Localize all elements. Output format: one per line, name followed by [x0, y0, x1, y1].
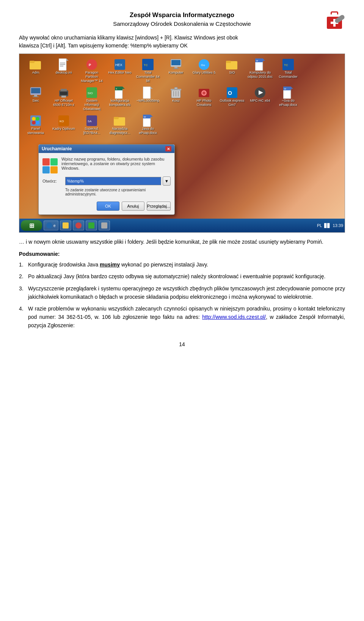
- taskbar-time: 13:39: [333, 223, 343, 228]
- superad-icon: SA: [86, 115, 98, 127]
- desktop-icon-tc2[interactable]: TC Total Commander: [275, 57, 301, 84]
- taskbar-btn5[interactable]: [99, 221, 110, 230]
- run-checkbox-text: To zadanie zostanie utworzone z uprawnie…: [42, 188, 171, 196]
- desktop-icon-komputery-doc[interactable]: W Komputery do odpisu 2015.doc: [247, 57, 273, 84]
- desktop-icon-superad[interactable]: SA SuperAd.[ED7BA4...: [78, 113, 105, 140]
- desktop-icon-sva[interactable]: W ~Sva do ePuap.docx: [275, 85, 301, 112]
- taskbar-btn4[interactable]: [86, 221, 97, 230]
- svg-text:O: O: [228, 90, 232, 96]
- folder-icon: [30, 58, 42, 71]
- svg-marker-3: [66, 58, 69, 61]
- total-commander2-icon: TC: [282, 58, 294, 71]
- svg-text:SIO: SIO: [88, 91, 93, 95]
- run-browse-button[interactable]: Przeglądaj...: [147, 202, 171, 211]
- list-content-3: Wyczyszczenie przeglądarek i systemu ope…: [28, 285, 345, 301]
- desktop-icon-paragon[interactable]: P Paragon Partition Manager™ 14 Free: [78, 57, 105, 84]
- tmp-file-icon: [142, 87, 154, 99]
- svg-marker-57: [291, 87, 293, 89]
- svg-point-7: [86, 59, 97, 70]
- taskbar-icon5: [101, 222, 107, 229]
- list-content-2: Po aktualizacji Javy (która bardzo częst…: [28, 273, 345, 281]
- list-item: 3. Wyczyszczenie przeglądarek i systemu …: [19, 285, 345, 301]
- bold-musimy: musimy: [100, 262, 120, 268]
- taskbar: ⊞ e PL: [19, 219, 345, 232]
- svg-point-62: [36, 117, 39, 121]
- list-num-4: 4.: [19, 305, 28, 329]
- desktop-icon-hp-photo[interactable]: HP Photo Creations: [191, 85, 217, 112]
- total-commander-icon: TC: [142, 58, 154, 71]
- start-button[interactable]: ⊞: [21, 220, 42, 231]
- taskbar-icon3: [75, 222, 82, 229]
- svg-rect-28: [34, 95, 37, 96]
- screenshot-container: Adm desktop.ini P Paragon Partition Mana…: [19, 54, 345, 233]
- list-num-1: 1.: [19, 261, 28, 269]
- desktop-icon-sio[interactable]: SIO: [219, 57, 245, 84]
- windows-logo: [42, 158, 58, 173]
- page: Zespół Wsparcia Informatycznego Samorząd…: [0, 0, 364, 621]
- desktop-icon-glary[interactable]: Gu Glary Utilities 5: [191, 57, 217, 84]
- desktop-icon-konfiguracja[interactable]: X konfiguracja komputera.sls: [107, 85, 133, 112]
- desktop-icon-total-commander[interactable]: TC Total Commander 64 bit: [135, 57, 161, 84]
- list-content-4: W razie problemów w wykonaniu wszystkich…: [28, 305, 345, 329]
- taskbar-signal-icon: ▊▊: [324, 223, 330, 228]
- win-logo-q3: [42, 166, 50, 173]
- run-dropdown-btn[interactable]: ▼: [163, 177, 171, 186]
- taskbar-btn3[interactable]: [73, 221, 84, 230]
- desktop-icon-mpc[interactable]: MPC-HC x64: [247, 85, 273, 112]
- paragon-icon: P: [86, 58, 98, 71]
- svg-rect-1: [30, 61, 35, 63]
- run-input-field[interactable]: [65, 177, 161, 185]
- after-screenshot-text: … i w nowym oknie usuwamy wszystkie plik…: [19, 238, 345, 246]
- run-cancel-button[interactable]: Anuluj: [122, 202, 144, 211]
- run-ok-button[interactable]: OK: [97, 202, 119, 211]
- desktop-icon-panel[interactable]: Panel sterowania: [22, 113, 49, 140]
- desktop-icon-desktopini[interactable]: desktop.ini: [50, 57, 77, 84]
- svg-text:TC: TC: [144, 63, 148, 67]
- svg-rect-32: [61, 89, 67, 91]
- desktop-icon-wrl[interactable]: ~WRL0005tmp: [135, 85, 161, 112]
- desktop-icon-java-epuap[interactable]: W Java do ePuap.docx: [135, 113, 161, 140]
- taskbar-lang: PL: [317, 223, 322, 228]
- sio2-icon: SIO: [86, 87, 98, 99]
- svg-text:Gu: Gu: [201, 63, 205, 67]
- glary-icon: Gu: [198, 58, 210, 71]
- svg-rect-15: [173, 68, 179, 69]
- kadry-icon: KO: [58, 115, 70, 127]
- svg-text:SA: SA: [88, 120, 92, 123]
- svg-text:TC: TC: [284, 63, 288, 67]
- desktop-icon-hex-editor[interactable]: HEX Hex.Editor Neo: [107, 57, 133, 84]
- run-dialog-close-button[interactable]: ✕: [165, 146, 171, 151]
- sio-folder-icon: [226, 58, 238, 71]
- desktop-icon-adm[interactable]: Adm: [22, 57, 49, 84]
- xls-icon: X: [114, 87, 126, 99]
- desktop-icon-narzedzia[interactable]: Narzędzia diagnostycz...: [107, 113, 133, 140]
- support-link[interactable]: http://www.sod.ids.czest.pl/: [202, 314, 266, 320]
- desktop-icon-komputer[interactable]: Komputer: [163, 57, 189, 84]
- list-num-3: 3.: [19, 285, 28, 301]
- svg-point-64: [36, 121, 39, 125]
- svg-point-61: [32, 117, 36, 121]
- svg-rect-20: [226, 61, 231, 63]
- svg-rect-45: [174, 87, 177, 89]
- svg-marker-22: [263, 58, 265, 61]
- svg-text:KO: KO: [60, 120, 64, 123]
- desktop-icon-outlook[interactable]: O Outlook express Gm7: [219, 85, 245, 112]
- svg-rect-29: [33, 96, 39, 97]
- taskbar-ie-btn[interactable]: e: [44, 221, 58, 230]
- explorer-icon: [63, 222, 69, 229]
- desktop-icon-kosz[interactable]: Kosz: [163, 85, 189, 112]
- svg-text:X: X: [116, 88, 117, 90]
- desktop-icon-siec[interactable]: Siec: [22, 85, 49, 112]
- taskbar-explorer-btn[interactable]: [60, 221, 71, 230]
- run-dialog: Uruchamianie ✕ Wpisz nazwę programu, fol…: [38, 144, 175, 215]
- run-dialog-title: Uruchamianie: [42, 146, 72, 151]
- run-input-label: Otwórz:: [42, 179, 65, 183]
- desktop-icon-sio2[interactable]: SIO System Informacji Oświatowej: [78, 85, 105, 112]
- svg-rect-70: [114, 117, 119, 119]
- win-logo-q4: [50, 166, 58, 173]
- desktop-icon-kadry[interactable]: KO Kadry Optivum: [50, 113, 77, 140]
- hex-editor-icon: HEX: [114, 58, 126, 71]
- taskbar-tray-area: PL ▊▊ 13:39: [317, 223, 343, 228]
- computer-icon: [170, 58, 182, 71]
- desktop-icon-hp-officejet[interactable]: HP Officejet 6500 E710n-z: [50, 85, 77, 112]
